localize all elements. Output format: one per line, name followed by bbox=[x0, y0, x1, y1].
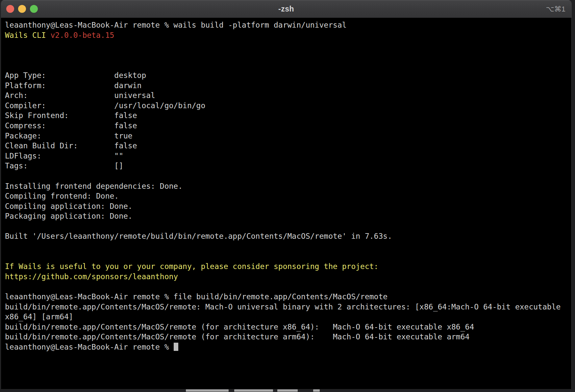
terminal-cursor bbox=[174, 343, 178, 351]
terminal-line: Installing frontend dependencies: Done. bbox=[5, 181, 571, 191]
terminal-line: LDFlags: "" bbox=[5, 151, 571, 161]
terminal-line: Tags: [] bbox=[5, 161, 571, 171]
terminal-line bbox=[5, 171, 571, 181]
background-window-fragment bbox=[234, 389, 273, 392]
terminal-line: Platform: darwin bbox=[5, 81, 571, 91]
terminal-line bbox=[5, 241, 571, 252]
terminal-line bbox=[5, 40, 571, 50]
terminal-line: If Wails is useful to you or your compan… bbox=[5, 261, 571, 272]
terminal-line bbox=[5, 60, 571, 70]
desktop: -zsh ⌥⌘1 leaanthony@Leas-MacBook-Air rem… bbox=[0, 0, 575, 392]
terminal-line: Arch: universal bbox=[5, 90, 571, 101]
terminal-line: build/bin/remote.app/Contents/MacOS/remo… bbox=[5, 322, 571, 332]
terminal-window: -zsh ⌥⌘1 leaanthony@Leas-MacBook-Air rem… bbox=[1, 0, 572, 389]
terminal-line: Compiler: /usr/local/go/bin/go bbox=[5, 101, 571, 111]
background-window-sliver bbox=[0, 389, 575, 392]
background-window-fragment bbox=[277, 389, 298, 392]
terminal-line: App Type: desktop bbox=[5, 70, 571, 81]
window-title: -zsh bbox=[1, 0, 571, 18]
terminal-line: Package: true bbox=[5, 131, 571, 141]
terminal-line: leaanthony@Leas-MacBook-Air remote % fil… bbox=[5, 292, 571, 302]
terminal-line: Skip Frontend: false bbox=[5, 110, 571, 121]
window-titlebar[interactable]: -zsh ⌥⌘1 bbox=[1, 0, 571, 18]
background-window-fragment bbox=[186, 389, 229, 392]
terminal-line: x86_64] [arm64] bbox=[5, 312, 571, 322]
terminal-line bbox=[5, 282, 571, 292]
terminal-line bbox=[5, 221, 571, 232]
background-window-fragment bbox=[313, 389, 320, 392]
terminal-line: Compiling frontend: Done. bbox=[5, 191, 571, 201]
terminal-line: build/bin/remote.app/Contents/MacOS/remo… bbox=[5, 302, 571, 312]
terminal-line: https://github.com/sponsors/leaanthony bbox=[5, 272, 571, 282]
terminal-line: Clean Build Dir: false bbox=[5, 141, 571, 151]
terminal-line: Built '/Users/leaanthony/remote/build/bi… bbox=[5, 231, 571, 241]
terminal-line: Wails CLI v2.0.0-beta.15 bbox=[5, 30, 571, 40]
terminal-line bbox=[5, 50, 571, 61]
window-shortcut-badge: ⌥⌘1 bbox=[546, 0, 565, 18]
terminal-line: Compress: false bbox=[5, 121, 571, 131]
terminal-line: Compiling application: Done. bbox=[5, 201, 571, 211]
terminal-line: Packaging application: Done. bbox=[5, 211, 571, 221]
terminal-line: leaanthony@Leas-MacBook-Air remote % wai… bbox=[5, 20, 571, 30]
terminal-output[interactable]: leaanthony@Leas-MacBook-Air remote % wai… bbox=[1, 18, 571, 389]
terminal-line: build/bin/remote.app/Contents/MacOS/remo… bbox=[5, 332, 571, 342]
terminal-line: leaanthony@Leas-MacBook-Air remote % bbox=[5, 342, 571, 352]
terminal-line bbox=[5, 252, 571, 262]
